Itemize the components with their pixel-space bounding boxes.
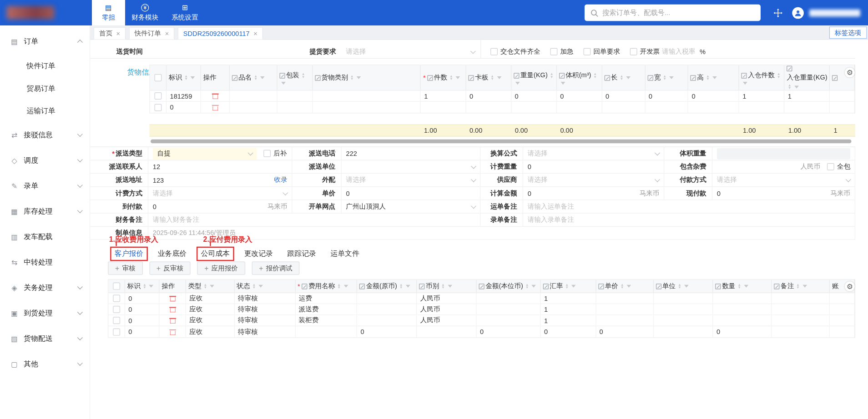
- column-header[interactable]: 高▲▼: [688, 65, 739, 90]
- column-header[interactable]: 入仓件数▲▼: [739, 65, 785, 90]
- flag-checkbox-交仓文件齐全[interactable]: 交仓文件齐全: [490, 47, 540, 56]
- select-all-checkbox[interactable]: [154, 74, 161, 81]
- quanbao-checkbox[interactable]: 全包: [827, 162, 850, 172]
- row-checkbox[interactable]: [113, 306, 120, 313]
- sort-icon[interactable]: ▲▼: [350, 75, 354, 80]
- fee-column-settings-gear-icon[interactable]: ⚙: [845, 281, 855, 291]
- page-tab[interactable]: 首页×: [94, 27, 126, 40]
- sort-icon[interactable]: ▲▼: [252, 284, 256, 289]
- unit-price-value[interactable]: 0: [342, 187, 480, 200]
- column-header[interactable]: 单位▲▼: [654, 280, 713, 293]
- 审核-button[interactable]: +审核: [108, 262, 142, 275]
- collect-pay-field[interactable]: 0马来币: [148, 200, 292, 213]
- filter-icon[interactable]: [626, 76, 631, 79]
- houbu-checkbox[interactable]: 后补: [263, 149, 287, 158]
- column-header[interactable]: *件数▲▼: [421, 65, 466, 90]
- column-header[interactable]: 汇率▲▼: [541, 280, 596, 293]
- shoulu-link[interactable]: 收录: [274, 175, 287, 185]
- filter-icon[interactable]: [191, 76, 195, 79]
- column-header[interactable]: 金额(原币)▲▼: [357, 280, 417, 293]
- 应用报价-button[interactable]: +应用报价: [197, 262, 245, 275]
- billing-method-select[interactable]: 请选择: [148, 187, 292, 200]
- sidebar-subitem-快件订单[interactable]: 快件订单: [0, 54, 90, 77]
- column-header[interactable]: 操作: [159, 280, 186, 293]
- filter-icon[interactable]: [343, 285, 348, 288]
- filter-icon[interactable]: [149, 285, 154, 288]
- sort-icon[interactable]: ▲▼: [184, 75, 188, 80]
- filter-icon[interactable]: [260, 76, 265, 79]
- column-header[interactable]: 标识▲▼: [125, 280, 159, 293]
- fee-tab-更改记录[interactable]: 更改记录: [244, 247, 273, 260]
- nav-module-财务模块[interactable]: ¥财务模块: [125, 0, 165, 25]
- filter-icon[interactable]: [456, 76, 460, 79]
- delivery-time-input[interactable]: [148, 45, 292, 58]
- nav-module-系统设置[interactable]: ⊞系统设置: [165, 0, 205, 25]
- tax-rate-input[interactable]: 请输入税率: [662, 47, 695, 56]
- nav-module-零担[interactable]: ▤零担: [92, 0, 125, 25]
- table-row[interactable]: 181259100000011: [150, 91, 855, 102]
- sidebar-item-发车配载[interactable]: ▥发车配载: [0, 224, 90, 249]
- filter-icon[interactable]: [571, 285, 576, 288]
- column-header[interactable]: 货物类别▲▼: [313, 65, 421, 90]
- column-header[interactable]: [150, 65, 167, 90]
- sort-icon[interactable]: ▲▼: [663, 75, 666, 80]
- filter-icon[interactable]: [281, 82, 286, 85]
- filter-icon[interactable]: [357, 76, 361, 79]
- trash-icon[interactable]: [169, 317, 175, 323]
- dispatch-company-select[interactable]: [342, 160, 480, 174]
- table-row[interactable]: 0: [150, 102, 855, 113]
- sort-icon[interactable]: ▲▼: [525, 284, 529, 289]
- close-icon[interactable]: ×: [165, 30, 169, 37]
- row-checkbox[interactable]: [113, 295, 120, 302]
- sort-icon[interactable]: ▲▼: [254, 75, 257, 80]
- sort-icon[interactable]: ▲▼: [550, 73, 554, 78]
- 反审核-button[interactable]: +反审核: [149, 262, 191, 275]
- supplier-select[interactable]: 请选择: [523, 174, 664, 187]
- sort-icon[interactable]: ▲▼: [441, 284, 445, 289]
- sidebar-item-调度[interactable]: ◇调度: [0, 148, 90, 173]
- column-header[interactable]: 操作: [201, 65, 230, 90]
- sort-icon[interactable]: ▲▼: [621, 284, 624, 289]
- filter-icon[interactable]: [684, 285, 689, 288]
- flag-checkbox-开发票[interactable]: 开发票: [630, 47, 660, 56]
- sidebar-item-关务处理[interactable]: ◈关务处理: [0, 275, 90, 300]
- trash-icon[interactable]: [169, 306, 175, 312]
- filter-icon[interactable]: [258, 285, 263, 288]
- conversion-formula-select[interactable]: 请选择: [523, 147, 664, 160]
- table-row[interactable]: 0应收待审核00000: [109, 326, 855, 337]
- column-header[interactable]: 币别▲▼: [417, 280, 477, 293]
- horizontal-scrollbar[interactable]: [151, 140, 852, 144]
- sort-icon[interactable]: ▲▼: [565, 284, 569, 289]
- sort-icon[interactable]: ▲▼: [706, 75, 710, 80]
- flag-checkbox-回单要求[interactable]: 回单要求: [584, 47, 620, 56]
- sort-icon[interactable]: ▲▼: [620, 75, 624, 80]
- row-checkbox[interactable]: [113, 328, 120, 335]
- sidebar-item-中转处理[interactable]: ⇆中转处理: [0, 249, 90, 275]
- flag-checkbox-加急[interactable]: 加急: [550, 47, 574, 56]
- filter-icon[interactable]: [448, 285, 452, 288]
- column-header[interactable]: 金额(本位币)▲▼: [477, 280, 541, 293]
- filter-icon[interactable]: [744, 285, 748, 288]
- cargo-column-settings-gear-icon[interactable]: ⚙: [845, 67, 855, 77]
- sidebar-item-到货处理[interactable]: ▣到货处理: [0, 300, 90, 326]
- trash-icon[interactable]: [212, 104, 218, 110]
- column-header[interactable]: 标识▲▼: [167, 65, 201, 90]
- page-tab[interactable]: SDDR2509260000117×: [178, 27, 263, 40]
- filter-icon[interactable]: [794, 85, 799, 88]
- tag-options-button[interactable]: 标签选项: [829, 26, 867, 39]
- outsource-select[interactable]: 请选择: [342, 174, 480, 187]
- column-header[interactable]: 状态▲▼: [235, 280, 296, 293]
- filter-icon[interactable]: [802, 285, 807, 288]
- dispatch-type-select[interactable]: 自提: [153, 147, 257, 160]
- sort-icon[interactable]: ▲▼: [796, 284, 800, 289]
- sidebar-subitem-运输订单[interactable]: 运输订单: [0, 100, 90, 122]
- sort-icon[interactable]: ▲▼: [777, 73, 781, 78]
- table-row[interactable]: 0应收待审核派送费人民币1: [109, 304, 855, 315]
- fee-tab-公司成本[interactable]: 公司成本: [197, 247, 234, 261]
- column-header[interactable]: 备注▲▼: [772, 280, 830, 293]
- finance-remark-input[interactable]: 请输入财务备注: [148, 214, 480, 227]
- column-header[interactable]: 体积(m³)▲▼: [557, 65, 602, 90]
- dispatch-phone-value[interactable]: 222: [342, 147, 480, 160]
- pickup-req-select[interactable]: 请选择: [342, 45, 480, 58]
- global-search-input[interactable]: 搜索订单号、配载号...: [585, 5, 761, 21]
